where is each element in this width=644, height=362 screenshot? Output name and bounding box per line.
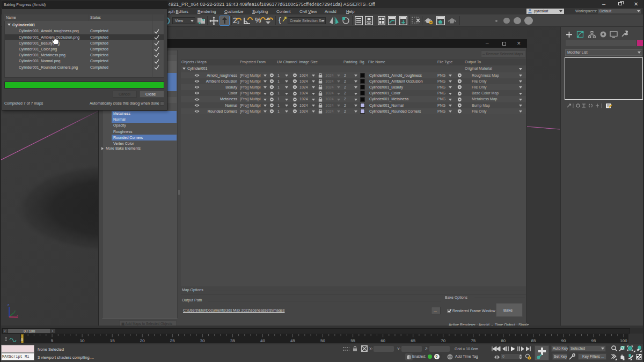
svg-text:x: x — [17, 314, 18, 317]
svg-text:55: 55 — [350, 338, 355, 343]
svg-text:5: 5 — [51, 338, 54, 343]
svg-text:z: z — [8, 303, 9, 306]
svg-text:y: y — [14, 309, 16, 313]
svg-text:90: 90 — [561, 338, 566, 343]
svg-text:80: 80 — [501, 338, 506, 343]
svg-text:25: 25 — [170, 338, 175, 343]
svg-text:70: 70 — [441, 338, 445, 343]
svg-text:60: 60 — [380, 338, 385, 343]
svg-text:95: 95 — [591, 338, 596, 343]
svg-text:45: 45 — [290, 338, 295, 343]
svg-text:20: 20 — [140, 338, 145, 343]
svg-text:50: 50 — [320, 338, 325, 343]
svg-text:40: 40 — [260, 338, 265, 343]
svg-text:35: 35 — [230, 338, 235, 343]
svg-text:75: 75 — [471, 338, 475, 343]
svg-text:15: 15 — [110, 338, 115, 343]
svg-text:10: 10 — [80, 338, 85, 343]
svg-text:85: 85 — [531, 338, 536, 343]
svg-text:65: 65 — [411, 338, 415, 343]
svg-text:30: 30 — [200, 338, 205, 343]
svg-text:100: 100 — [620, 338, 627, 343]
